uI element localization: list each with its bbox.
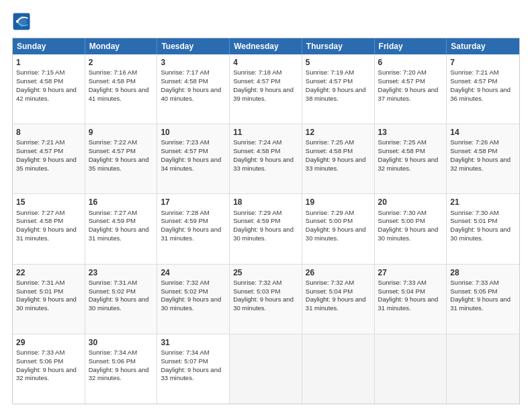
calendar-cell: 24Sunrise: 7:32 AMSunset: 5:02 PMDayligh… — [157, 265, 230, 334]
sunrise: Sunrise: 7:33 AM — [378, 279, 427, 286]
calendar-cell: 13Sunrise: 7:25 AMSunset: 4:58 PMDayligh… — [375, 124, 447, 193]
daylight: Daylight: 9 hours and 40 minutes. — [161, 86, 221, 102]
calendar-cell: 12Sunrise: 7:25 AMSunset: 4:58 PMDayligh… — [302, 124, 375, 193]
calendar-cell: 9Sunrise: 7:22 AMSunset: 4:57 PMDaylight… — [85, 124, 158, 193]
daylight: Daylight: 9 hours and 35 minutes. — [16, 156, 77, 172]
calendar-cell: 21Sunrise: 7:30 AMSunset: 5:01 PMDayligh… — [447, 194, 519, 263]
calendar-cell: 25Sunrise: 7:32 AMSunset: 5:03 PMDayligh… — [230, 265, 302, 334]
calendar-cell — [375, 334, 447, 404]
day-number: 10 — [161, 127, 226, 138]
calendar-cell: 23Sunrise: 7:31 AMSunset: 5:02 PMDayligh… — [85, 265, 158, 334]
calendar-week: 29Sunrise: 7:33 AMSunset: 5:06 PMDayligh… — [13, 334, 519, 404]
calendar-cell — [447, 334, 519, 404]
calendar-body: 1Sunrise: 7:15 AMSunset: 4:58 PMDaylight… — [13, 54, 519, 404]
daylight: Daylight: 9 hours and 34 minutes. — [161, 156, 221, 172]
logo — [12, 12, 34, 31]
calendar-cell: 1Sunrise: 7:15 AMSunset: 4:58 PMDaylight… — [13, 54, 85, 124]
daylight: Daylight: 9 hours and 37 minutes. — [378, 86, 439, 102]
calendar-cell — [230, 334, 302, 404]
daylight: Daylight: 9 hours and 30 minutes. — [378, 226, 439, 242]
daylight: Daylight: 9 hours and 30 minutes. — [89, 295, 149, 312]
sunrise: Sunrise: 7:34 AM — [161, 349, 209, 356]
logo-icon — [12, 12, 31, 31]
sunrise: Sunrise: 7:20 AM — [378, 68, 427, 76]
day-number: 28 — [450, 267, 516, 278]
daylight: Daylight: 9 hours and 31 minutes. — [378, 295, 439, 312]
sunrise: Sunrise: 7:27 AM — [89, 209, 137, 216]
calendar-cell: 15Sunrise: 7:27 AMSunset: 4:58 PMDayligh… — [13, 194, 85, 263]
sunset: Sunset: 4:57 PM — [161, 147, 208, 154]
calendar-cell: 16Sunrise: 7:27 AMSunset: 4:59 PMDayligh… — [85, 194, 158, 263]
day-number: 12 — [306, 127, 371, 138]
calendar-cell: 3Sunrise: 7:17 AMSunset: 4:58 PMDaylight… — [157, 54, 230, 124]
day-number: 25 — [233, 267, 298, 278]
calendar-week: 15Sunrise: 7:27 AMSunset: 4:58 PMDayligh… — [13, 194, 519, 264]
day-number: 3 — [161, 57, 226, 68]
sunset: Sunset: 4:57 PM — [89, 147, 136, 154]
day-number: 20 — [378, 197, 443, 208]
calendar-cell: 4Sunrise: 7:18 AMSunset: 4:57 PMDaylight… — [230, 54, 302, 124]
weekday-header: Tuesday — [157, 38, 230, 54]
sunrise: Sunrise: 7:19 AM — [306, 68, 354, 76]
daylight: Daylight: 9 hours and 32 minutes. — [16, 366, 77, 382]
daylight: Daylight: 9 hours and 30 minutes. — [161, 295, 221, 312]
day-number: 26 — [306, 267, 371, 278]
sunrise: Sunrise: 7:25 AM — [378, 138, 427, 146]
calendar-cell: 31Sunrise: 7:34 AMSunset: 5:07 PMDayligh… — [157, 334, 230, 404]
calendar-cell: 5Sunrise: 7:19 AMSunset: 4:57 PMDaylight… — [302, 54, 375, 124]
sunset: Sunset: 4:58 PM — [450, 147, 497, 154]
sunset: Sunset: 4:58 PM — [161, 77, 208, 85]
sunset: Sunset: 4:57 PM — [378, 77, 425, 85]
daylight: Daylight: 9 hours and 35 minutes. — [89, 156, 149, 172]
sunrise: Sunrise: 7:30 AM — [378, 209, 427, 216]
daylight: Daylight: 9 hours and 31 minutes. — [16, 226, 77, 242]
sunrise: Sunrise: 7:27 AM — [16, 209, 64, 216]
sunrise: Sunrise: 7:33 AM — [16, 349, 64, 356]
calendar-cell: 18Sunrise: 7:29 AMSunset: 4:59 PMDayligh… — [230, 194, 302, 263]
sunrise: Sunrise: 7:28 AM — [161, 209, 209, 216]
sunset: Sunset: 4:58 PM — [89, 77, 136, 85]
day-number: 5 — [306, 57, 371, 68]
daylight: Daylight: 9 hours and 32 minutes. — [378, 156, 439, 172]
sunrise: Sunrise: 7:34 AM — [89, 349, 137, 356]
sunset: Sunset: 4:57 PM — [233, 77, 280, 85]
daylight: Daylight: 9 hours and 31 minutes. — [161, 226, 221, 242]
day-number: 2 — [89, 57, 154, 68]
day-number: 11 — [233, 127, 298, 138]
daylight: Daylight: 9 hours and 30 minutes. — [16, 295, 77, 312]
sunset: Sunset: 5:04 PM — [378, 287, 425, 295]
sunrise: Sunrise: 7:24 AM — [233, 138, 281, 146]
day-number: 1 — [16, 57, 81, 68]
sunrise: Sunrise: 7:31 AM — [16, 279, 64, 286]
sunrise: Sunrise: 7:15 AM — [16, 68, 64, 76]
calendar-cell: 30Sunrise: 7:34 AMSunset: 5:06 PMDayligh… — [85, 334, 158, 404]
calendar-cell: 6Sunrise: 7:20 AMSunset: 4:57 PMDaylight… — [375, 54, 447, 124]
sunrise: Sunrise: 7:29 AM — [306, 209, 354, 216]
daylight: Daylight: 9 hours and 30 minutes. — [233, 295, 294, 312]
weekday-header: Saturday — [447, 38, 519, 54]
sunset: Sunset: 4:57 PM — [306, 77, 353, 85]
sunrise: Sunrise: 7:32 AM — [306, 279, 354, 286]
calendar-cell: 28Sunrise: 7:33 AMSunset: 5:05 PMDayligh… — [447, 265, 519, 334]
svg-point-2 — [16, 20, 19, 23]
daylight: Daylight: 9 hours and 33 minutes. — [306, 156, 366, 172]
day-number: 7 — [450, 57, 516, 68]
day-number: 13 — [378, 127, 443, 138]
sunset: Sunset: 5:01 PM — [450, 217, 497, 224]
day-number: 15 — [16, 197, 81, 208]
calendar-cell: 20Sunrise: 7:30 AMSunset: 5:00 PMDayligh… — [375, 194, 447, 263]
daylight: Daylight: 9 hours and 41 minutes. — [89, 86, 149, 102]
calendar-cell — [302, 334, 375, 404]
calendar-week: 22Sunrise: 7:31 AMSunset: 5:01 PMDayligh… — [13, 265, 519, 334]
calendar-cell: 8Sunrise: 7:21 AMSunset: 4:57 PMDaylight… — [13, 124, 85, 193]
weekday-header: Wednesday — [230, 38, 302, 54]
daylight: Daylight: 9 hours and 33 minutes. — [161, 366, 221, 382]
daylight: Daylight: 9 hours and 42 minutes. — [16, 86, 77, 102]
daylight: Daylight: 9 hours and 33 minutes. — [233, 156, 294, 172]
daylight: Daylight: 9 hours and 30 minutes. — [306, 226, 366, 242]
daylight: Daylight: 9 hours and 38 minutes. — [306, 86, 366, 102]
daylight: Daylight: 9 hours and 30 minutes. — [450, 226, 511, 242]
sunset: Sunset: 5:06 PM — [16, 357, 63, 365]
calendar-cell: 2Sunrise: 7:16 AMSunset: 4:58 PMDaylight… — [85, 54, 158, 124]
calendar-cell: 14Sunrise: 7:26 AMSunset: 4:58 PMDayligh… — [447, 124, 519, 193]
